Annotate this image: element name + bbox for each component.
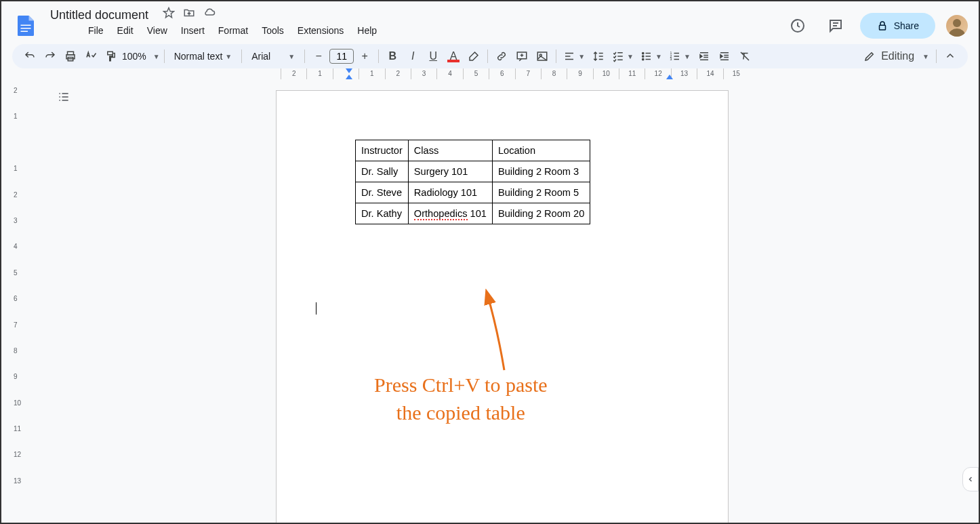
pencil-icon <box>863 50 876 62</box>
table-header-cell[interactable]: Location <box>492 140 590 161</box>
chevron-down-icon: ▼ <box>627 53 634 60</box>
table-cell[interactable]: Surgery 101 <box>408 161 492 182</box>
collapse-toolbar-button[interactable] <box>941 47 960 66</box>
menu-format[interactable]: Format <box>213 22 253 39</box>
menu-tools[interactable]: Tools <box>256 22 289 39</box>
separator <box>304 49 305 63</box>
history-icon[interactable] <box>784 12 811 39</box>
text-cursor <box>316 302 317 315</box>
table-cell[interactable]: Dr. Steve <box>356 182 409 203</box>
star-icon[interactable] <box>163 7 175 22</box>
svg-rect-6 <box>879 25 885 30</box>
checklist-button[interactable]: ▼ <box>609 47 636 66</box>
move-icon[interactable] <box>183 7 195 22</box>
spellcheck-button[interactable] <box>81 47 100 66</box>
svg-point-19 <box>642 56 644 57</box>
table-cell[interactable]: Dr. Sally <box>356 161 409 182</box>
share-button-label: Share <box>894 20 919 31</box>
svg-rect-1 <box>21 28 31 29</box>
side-panel-toggle[interactable] <box>962 467 979 491</box>
table-cell[interactable]: Radiology 101 <box>408 182 492 203</box>
chevron-down-icon: ▼ <box>578 53 585 60</box>
comments-icon[interactable] <box>822 12 849 39</box>
page-container: Instructor Class Location Dr. Sally Surg… <box>26 79 979 524</box>
font-dropdown[interactable]: Arial▼ <box>246 47 300 66</box>
chevron-down-icon: ▼ <box>225 53 232 60</box>
indent-marker-right[interactable] <box>666 75 673 79</box>
svg-point-20 <box>642 58 644 60</box>
separator <box>241 49 242 63</box>
underline-button[interactable]: U <box>424 47 443 66</box>
document-table[interactable]: Instructor Class Location Dr. Sally Surg… <box>355 140 590 224</box>
chevron-down-icon: ▼ <box>684 53 691 60</box>
document-title[interactable]: Untitled document <box>45 7 154 23</box>
undo-button[interactable] <box>20 47 39 66</box>
annotation-text: Press Ctrl+V to paste the copied table <box>374 371 548 426</box>
style-dropdown[interactable]: Normal text▼ <box>169 47 237 66</box>
menu-insert[interactable]: Insert <box>176 22 210 39</box>
numbered-list-button[interactable]: 123▼ <box>666 47 693 66</box>
content-area: 2112345678910111213 21123456789101112131… <box>1 68 979 515</box>
insert-image-button[interactable] <box>533 47 552 66</box>
menu-help[interactable]: Help <box>352 22 382 39</box>
cloud-status-icon[interactable] <box>203 7 216 22</box>
indent-marker-left[interactable] <box>346 75 352 79</box>
svg-text:3: 3 <box>670 57 672 61</box>
highlight-button[interactable] <box>464 47 483 66</box>
add-comment-button[interactable] <box>512 47 531 66</box>
chevron-down-icon: ▼ <box>288 53 295 60</box>
bulleted-list-button[interactable]: ▼ <box>638 47 665 66</box>
insert-link-button[interactable] <box>492 47 511 66</box>
align-button[interactable]: ▼ <box>560 47 588 66</box>
docs-logo[interactable] <box>12 12 39 39</box>
font-size-input[interactable]: 11 <box>329 49 354 64</box>
chevron-down-icon: ▼ <box>922 53 929 60</box>
table-cell[interactable]: Building 2 Room 5 <box>492 182 590 203</box>
table-cell[interactable]: Dr. Kathy <box>356 203 409 224</box>
line-spacing-button[interactable] <box>589 47 608 66</box>
svg-point-18 <box>642 52 644 54</box>
redo-button[interactable] <box>41 47 60 66</box>
header: Untitled document File Edit View Insert … <box>1 1 979 44</box>
svg-point-7 <box>953 19 961 27</box>
clear-format-button[interactable] <box>735 47 754 66</box>
vertical-ruler: 2112345678910111213 <box>1 68 26 515</box>
separator <box>378 49 379 63</box>
italic-button[interactable]: I <box>403 47 422 66</box>
svg-rect-0 <box>21 24 31 26</box>
table-cell[interactable]: Orthopedics 101 <box>408 203 492 224</box>
separator <box>556 49 556 63</box>
share-button[interactable]: Share <box>860 13 935 39</box>
zoom-dropdown[interactable]: 100%▼ <box>122 51 160 62</box>
spell-error: Orthopedics <box>414 208 468 220</box>
table-row: Dr. Sally Surgery 101 Building 2 Room 3 <box>356 161 590 182</box>
menu-view[interactable]: View <box>142 22 173 39</box>
increase-indent-button[interactable] <box>715 47 734 66</box>
font-size-decrease[interactable]: − <box>309 47 328 66</box>
chevron-down-icon: ▼ <box>153 53 160 60</box>
table-cell[interactable]: Building 2 Room 20 <box>492 203 590 224</box>
paint-format-button[interactable] <box>102 47 121 66</box>
table-header-cell[interactable]: Instructor <box>356 140 409 161</box>
font-size-increase[interactable]: + <box>355 47 374 66</box>
menu-extensions[interactable]: Extensions <box>292 22 349 39</box>
table-row: Dr. Steve Radiology 101 Building 2 Room … <box>356 182 590 203</box>
horizontal-ruler: 21123456789101112131415 <box>26 68 979 79</box>
lock-icon <box>876 20 889 32</box>
table-header-cell[interactable]: Class <box>408 140 492 161</box>
text-color-button[interactable]: A <box>444 47 463 66</box>
menu-file[interactable]: File <box>83 22 109 39</box>
separator <box>936 49 937 63</box>
svg-point-8 <box>949 28 965 37</box>
page[interactable]: Instructor Class Location Dr. Sally Surg… <box>276 90 729 524</box>
avatar[interactable] <box>946 15 968 37</box>
print-button[interactable] <box>61 47 80 66</box>
decrease-indent-button[interactable] <box>695 47 714 66</box>
menubar: File Edit View Insert Format Tools Exten… <box>45 22 779 44</box>
bold-button[interactable]: B <box>383 47 402 66</box>
menu-edit[interactable]: Edit <box>112 22 139 39</box>
chevron-down-icon: ▼ <box>655 53 662 60</box>
editing-mode-dropdown[interactable]: Editing ▼ <box>861 47 932 66</box>
indent-marker-first[interactable] <box>346 68 352 73</box>
table-cell[interactable]: Building 2 Room 3 <box>492 161 590 182</box>
